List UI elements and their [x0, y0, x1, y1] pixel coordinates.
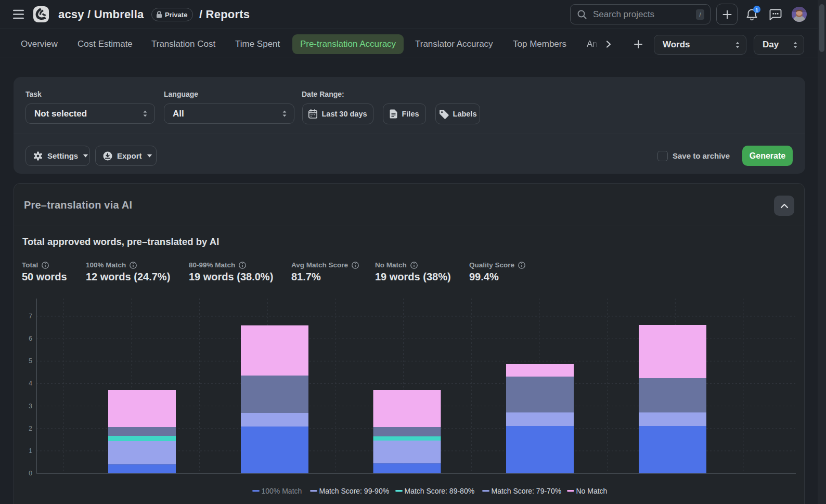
svg-text:1: 1	[29, 447, 32, 455]
svg-text:No Match: No Match	[576, 487, 608, 495]
svg-text:6: 6	[29, 335, 32, 342]
svg-text:Match Score: 99-90%: Match Score: 99-90%	[319, 487, 390, 495]
svg-text:4: 4	[29, 380, 32, 387]
svg-text:3: 3	[29, 403, 32, 410]
svg-text:Match Score: 79-70%: Match Score: 79-70%	[492, 487, 562, 495]
svg-text:7: 7	[29, 313, 32, 320]
svg-text:2: 2	[29, 425, 32, 432]
svg-text:100% Match: 100% Match	[262, 487, 302, 495]
svg-text:0: 0	[29, 470, 32, 477]
svg-text:5: 5	[29, 357, 32, 365]
svg-text:Match Score: 89-80%: Match Score: 89-80%	[405, 487, 475, 495]
